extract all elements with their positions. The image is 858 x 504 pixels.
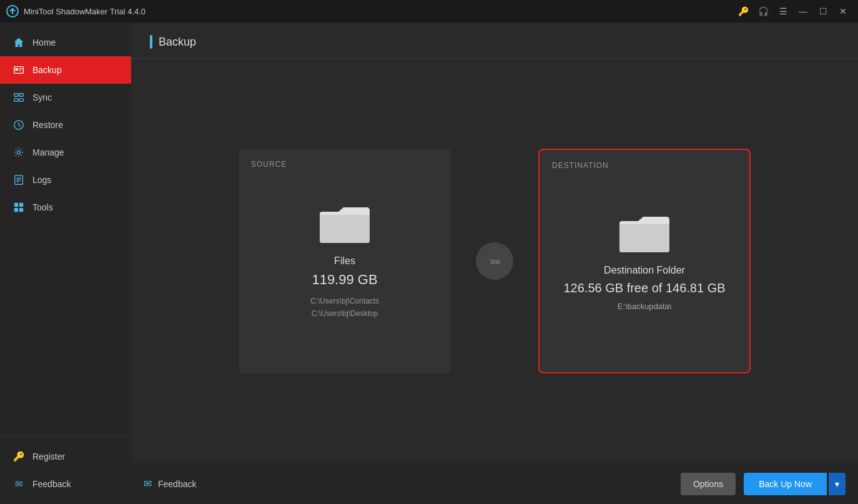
svg-rect-6 bbox=[19, 94, 23, 97]
manage-icon bbox=[12, 146, 25, 159]
logs-icon bbox=[12, 174, 25, 186]
main-layout: Home Backup bbox=[0, 22, 858, 504]
tools-icon bbox=[12, 201, 25, 214]
svg-rect-18 bbox=[19, 208, 23, 212]
window-controls: 🔑 🎧 ☰ — ☐ ✕ bbox=[734, 2, 852, 20]
sidebar-item-register[interactable]: 🔑 Register bbox=[0, 443, 131, 470]
header-accent bbox=[150, 35, 152, 49]
source-path-2: C:\Users\bj\Desktop bbox=[310, 308, 379, 320]
svg-rect-8 bbox=[19, 99, 23, 102]
sync-icon bbox=[12, 91, 25, 104]
sidebar-item-restore[interactable]: Restore bbox=[0, 111, 131, 139]
options-button[interactable]: Options bbox=[681, 473, 736, 495]
svg-rect-16 bbox=[19, 203, 23, 207]
footer-feedback-icon: ✉ bbox=[144, 478, 152, 490]
sidebar-item-backup-label: Backup bbox=[32, 65, 62, 75]
svg-rect-7 bbox=[14, 99, 18, 102]
sidebar-item-register-label: Register bbox=[32, 452, 65, 462]
destination-free: 126.56 GB free of 146.81 GB bbox=[563, 281, 725, 295]
register-icon: 🔑 bbox=[12, 450, 25, 463]
app-title: MiniTool ShadowMaker Trial 4.4.0 bbox=[24, 7, 734, 16]
sidebar-item-sync-label: Sync bbox=[32, 92, 52, 102]
sidebar-item-backup[interactable]: Backup bbox=[0, 56, 131, 84]
sidebar-item-logs[interactable]: Logs bbox=[0, 166, 131, 194]
sidebar-item-manage[interactable]: Manage bbox=[0, 139, 131, 166]
close-button[interactable]: ✕ bbox=[834, 2, 852, 20]
sidebar-item-tools[interactable]: Tools bbox=[0, 194, 131, 221]
svg-rect-4 bbox=[19, 70, 21, 71]
sidebar-item-home-label: Home bbox=[32, 37, 56, 47]
sidebar-item-feedback-label: Feedback bbox=[32, 479, 71, 489]
footer: ✉ Feedback Options Back Up Now ▾ bbox=[131, 463, 858, 504]
footer-right: Options Back Up Now ▾ bbox=[681, 473, 846, 495]
svg-rect-22 bbox=[619, 224, 669, 252]
key-icon[interactable]: 🔑 bbox=[734, 2, 752, 20]
arrow-indicator: »» bbox=[476, 242, 513, 280]
titlebar: MiniTool ShadowMaker Trial 4.4.0 🔑 🎧 ☰ —… bbox=[0, 0, 858, 22]
destination-name: Destination Folder bbox=[604, 265, 685, 276]
footer-feedback-label: Feedback bbox=[158, 479, 196, 489]
sidebar-item-sync[interactable]: Sync bbox=[0, 84, 131, 111]
backup-icon bbox=[12, 64, 25, 76]
backup-dropdown-button[interactable]: ▾ bbox=[829, 473, 846, 495]
sidebar: Home Backup bbox=[0, 22, 131, 504]
sidebar-item-feedback[interactable]: ✉ Feedback bbox=[0, 470, 131, 498]
destination-path: E:\backupdata\ bbox=[618, 302, 672, 311]
svg-rect-2 bbox=[16, 68, 19, 71]
sidebar-item-manage-label: Manage bbox=[32, 147, 64, 157]
menu-icon[interactable]: ☰ bbox=[774, 2, 792, 20]
source-card[interactable]: SOURCE Files 119.99 GB C:\Users\bj\Conta… bbox=[239, 149, 451, 373]
destination-folder-icon bbox=[619, 212, 669, 252]
restore-icon bbox=[12, 119, 25, 131]
sidebar-item-logs-label: Logs bbox=[32, 175, 51, 185]
feedback-icon: ✉ bbox=[12, 478, 25, 490]
source-path-1: C:\Users\bj\Contacts bbox=[310, 295, 379, 307]
destination-label: DESTINATION bbox=[552, 161, 609, 170]
sidebar-item-restore-label: Restore bbox=[32, 120, 63, 130]
svg-point-10 bbox=[17, 151, 20, 154]
footer-left: ✉ Feedback bbox=[144, 478, 196, 490]
source-folder-icon bbox=[320, 202, 370, 243]
home-icon bbox=[12, 36, 25, 49]
svg-rect-3 bbox=[19, 68, 22, 69]
content-area: Backup SOURCE Files 119.99 GB C:\Users\b… bbox=[131, 22, 858, 504]
destination-card[interactable]: DESTINATION Destination Folder 126.56 GB… bbox=[538, 149, 751, 373]
svg-rect-15 bbox=[14, 203, 18, 207]
help-icon[interactable]: 🎧 bbox=[754, 2, 772, 20]
arrow-icon: »» bbox=[490, 255, 500, 268]
sidebar-item-tools-label: Tools bbox=[32, 202, 53, 212]
minimize-button[interactable]: — bbox=[794, 2, 812, 20]
sidebar-item-home[interactable]: Home bbox=[0, 29, 131, 56]
svg-rect-17 bbox=[14, 208, 18, 212]
source-paths: C:\Users\bj\Contacts C:\Users\bj\Desktop bbox=[310, 295, 379, 319]
backup-area: SOURCE Files 119.99 GB C:\Users\bj\Conta… bbox=[131, 59, 858, 463]
sidebar-bottom: 🔑 Register ✉ Feedback bbox=[0, 436, 131, 504]
app-logo bbox=[6, 5, 19, 17]
backup-button[interactable]: Back Up Now bbox=[744, 473, 827, 495]
maximize-button[interactable]: ☐ bbox=[814, 2, 832, 20]
page-header: Backup bbox=[131, 22, 858, 59]
source-size: 119.99 GB bbox=[312, 272, 377, 288]
nav-items: Home Backup bbox=[0, 22, 131, 436]
source-type: Files bbox=[334, 255, 355, 267]
svg-rect-20 bbox=[320, 215, 370, 243]
source-label: SOURCE bbox=[251, 160, 287, 169]
page-title: Backup bbox=[159, 36, 196, 49]
svg-rect-5 bbox=[14, 94, 18, 97]
